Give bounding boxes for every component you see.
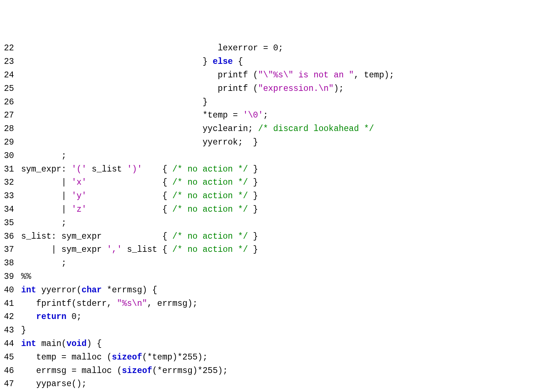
code-line: 22 lexerror = 0; <box>3 42 534 55</box>
code-line: 24 printf ("\"%s\" is not an ", temp); <box>3 69 534 82</box>
line-number: 39 <box>3 270 14 284</box>
code-line: 36s_list: sym_expr { /* no action */ } <box>3 230 534 243</box>
line-number: 24 <box>3 69 14 82</box>
code-content: yyclearin; /* discard lookahead */ <box>21 122 374 136</box>
code-content: errmsg = malloc (sizeof(*errmsg)*255); <box>21 364 228 378</box>
code-line: 35 ; <box>3 216 534 230</box>
line-number: 38 <box>3 257 14 270</box>
line-number: 45 <box>3 351 14 364</box>
line-number: 40 <box>3 284 14 297</box>
line-number: 22 <box>3 42 14 55</box>
code-line: 39%% <box>3 270 534 284</box>
code-content: s_list: sym_expr { /* no action */ } <box>21 230 258 243</box>
code-content: temp = malloc (sizeof(*temp)*255); <box>21 351 208 364</box>
code-content: ; <box>21 257 66 270</box>
code-line: 47 yyparse(); <box>3 377 534 391</box>
code-content: int main(void) { <box>21 337 102 351</box>
code-line: 25 printf ("expression.\n"); <box>3 82 534 96</box>
code-content: yyerrok; } <box>21 136 258 149</box>
line-number: 30 <box>3 149 14 163</box>
code-line: 42 return 0; <box>3 310 534 324</box>
code-line: 34 | 'z' { /* no action */ } <box>3 203 534 216</box>
code-line: 28 yyclearin; /* discard lookahead */ <box>3 122 534 136</box>
line-number: 28 <box>3 122 14 136</box>
code-line: 41 fprintf(stderr, "%s\n", errmsg); <box>3 297 534 311</box>
line-number: 35 <box>3 216 14 230</box>
code-line: 30 ; <box>3 149 534 163</box>
code-content: fprintf(stderr, "%s\n", errmsg); <box>21 297 198 311</box>
code-listing: 22 lexerror = 0;23 } else {24 printf ("\… <box>3 42 534 392</box>
code-line: 29 yyerrok; } <box>3 136 534 149</box>
code-line: 45 temp = malloc (sizeof(*temp)*255); <box>3 351 534 364</box>
code-content: } else { <box>21 55 243 69</box>
code-content: printf ("\"%s\" is not an ", temp); <box>21 69 394 82</box>
code-content: } <box>21 96 208 109</box>
code-line: 26 } <box>3 96 534 109</box>
line-number: 29 <box>3 136 14 149</box>
line-number: 36 <box>3 230 14 243</box>
code-line: 23 } else { <box>3 55 534 69</box>
code-content: printf ("expression.\n"); <box>21 82 344 96</box>
code-content: yyparse(); <box>21 377 87 391</box>
code-content: ; <box>21 216 66 230</box>
code-content: } <box>21 324 26 337</box>
code-content: | 'y' { /* no action */ } <box>21 189 258 203</box>
code-content: *temp = '\0'; <box>21 109 268 122</box>
code-line: 43} <box>3 324 534 337</box>
line-number: 32 <box>3 176 14 189</box>
code-line: 27 *temp = '\0'; <box>3 109 534 122</box>
code-content: ; <box>21 149 66 163</box>
line-number: 23 <box>3 55 14 69</box>
line-number: 42 <box>3 310 14 324</box>
code-line: 44int main(void) { <box>3 337 534 351</box>
line-number: 44 <box>3 337 14 351</box>
code-content: | sym_expr ',' s_list { /* no action */ … <box>21 243 258 257</box>
code-content: %% <box>21 270 31 284</box>
code-line: 32 | 'x' { /* no action */ } <box>3 176 534 189</box>
line-number: 33 <box>3 189 14 203</box>
code-content: sym_expr: '(' s_list ')' { /* no action … <box>21 163 258 176</box>
line-number: 25 <box>3 82 14 96</box>
code-line: 40int yyerror(char *errmsg) { <box>3 284 534 297</box>
line-number: 46 <box>3 364 14 378</box>
code-line: 33 | 'y' { /* no action */ } <box>3 189 534 203</box>
code-line: 31sym_expr: '(' s_list ')' { /* no actio… <box>3 163 534 176</box>
line-number: 27 <box>3 109 14 122</box>
code-content: lexerror = 0; <box>21 42 283 55</box>
code-content: return 0; <box>21 310 82 324</box>
code-line: 38 ; <box>3 257 534 270</box>
code-line: 37 | sym_expr ',' s_list { /* no action … <box>3 243 534 257</box>
line-number: 34 <box>3 203 14 216</box>
code-content: | 'x' { /* no action */ } <box>21 176 258 189</box>
code-line: 46 errmsg = malloc (sizeof(*errmsg)*255)… <box>3 364 534 378</box>
line-number: 41 <box>3 297 14 311</box>
code-content: | 'z' { /* no action */ } <box>21 203 258 216</box>
line-number: 43 <box>3 324 14 337</box>
line-number: 37 <box>3 243 14 257</box>
line-number: 31 <box>3 163 14 176</box>
line-number: 47 <box>3 377 14 391</box>
line-number: 26 <box>3 96 14 109</box>
code-content: int yyerror(char *errmsg) { <box>21 284 157 297</box>
